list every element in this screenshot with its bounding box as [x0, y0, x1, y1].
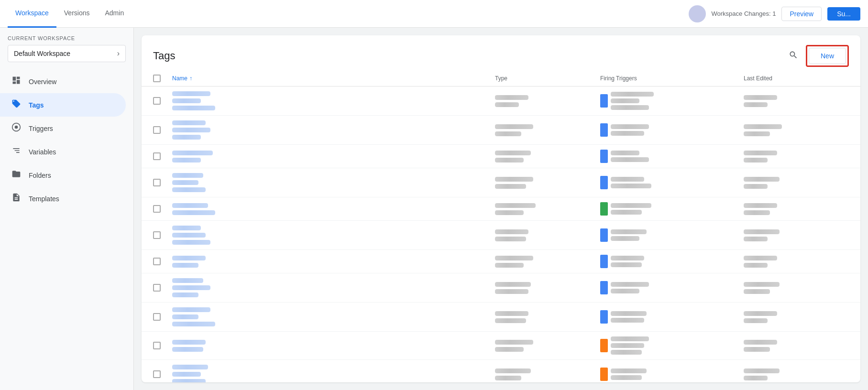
row-checkbox[interactable]	[153, 231, 172, 239]
row-checkbox[interactable]	[153, 205, 172, 213]
type-cell	[495, 95, 600, 107]
tab-versions[interactable]: Versions	[56, 0, 98, 28]
trigger-icon	[600, 94, 608, 108]
variables-icon	[11, 146, 21, 158]
workspace-name: Default Workspace	[14, 50, 70, 57]
chevron-right-icon: ›	[117, 49, 120, 58]
overview-icon	[11, 76, 21, 87]
new-button[interactable]: New	[809, 48, 846, 64]
name-cell	[172, 173, 495, 192]
row-checkbox[interactable]	[153, 284, 172, 292]
table-row[interactable]	[142, 273, 860, 303]
name-cell	[172, 365, 495, 382]
sidebar-item-triggers[interactable]: Triggers	[0, 117, 126, 140]
new-button-wrapper: New	[806, 45, 849, 67]
row-checkbox[interactable]	[153, 342, 172, 349]
table-area: Name ↑ Type Firing Triggers Last Edited	[142, 67, 860, 382]
submit-button[interactable]: Su...	[827, 7, 860, 21]
table-row[interactable]	[142, 116, 860, 145]
search-button[interactable]	[785, 46, 802, 66]
col-header-type: Type	[495, 75, 600, 82]
last-edited-cell	[744, 151, 849, 162]
sidebar-item-templates[interactable]: Templates	[0, 187, 126, 210]
table-row[interactable]	[142, 303, 860, 332]
row-checkbox[interactable]	[153, 370, 172, 378]
sidebar-item-overview[interactable]: Overview	[0, 70, 126, 93]
row-checkbox[interactable]	[153, 152, 172, 160]
sidebar-nav: Overview Tags Triggers Variables	[0, 66, 133, 390]
table-row[interactable]	[142, 168, 860, 197]
sidebar-item-variables[interactable]: Variables	[0, 140, 126, 163]
trigger-cell	[600, 336, 744, 355]
preview-button[interactable]: Preview	[781, 7, 822, 21]
sidebar-triggers-label: Triggers	[29, 125, 53, 132]
workspace-selector[interactable]: Default Workspace ›	[8, 45, 126, 62]
templates-icon	[11, 193, 21, 205]
trigger-icon	[600, 202, 608, 216]
trigger-cell	[600, 92, 744, 110]
tab-admin[interactable]: Admin	[97, 0, 132, 28]
name-cell	[172, 278, 495, 297]
name-cell	[172, 256, 495, 268]
trigger-icon	[600, 176, 608, 189]
trigger-cell	[600, 281, 744, 294]
table-row[interactable]	[142, 145, 860, 168]
trigger-cell	[600, 368, 744, 381]
account-button[interactable]	[689, 5, 706, 22]
table-row[interactable]	[142, 87, 860, 116]
last-edited-cell	[744, 124, 849, 136]
sort-arrow-icon: ↑	[189, 75, 192, 82]
name-cell	[172, 307, 495, 326]
table-row[interactable]	[142, 250, 860, 273]
trigger-cell	[600, 310, 744, 324]
name-cell	[172, 340, 495, 352]
top-nav: Workspace Versions Admin Workspace Chang…	[0, 0, 868, 28]
last-edited-cell	[744, 203, 849, 215]
last-edited-cell	[744, 256, 849, 268]
table-row[interactable]	[142, 360, 860, 382]
page-title: Tags	[153, 50, 175, 62]
row-checkbox[interactable]	[153, 179, 172, 186]
table-row[interactable]	[142, 332, 860, 360]
type-cell	[495, 203, 600, 215]
trigger-icon	[600, 310, 608, 324]
row-checkbox[interactable]	[153, 97, 172, 105]
table-body	[142, 87, 860, 382]
table-header: Name ↑ Type Firing Triggers Last Edited	[142, 71, 860, 87]
tab-workspace[interactable]: Workspace	[8, 0, 56, 28]
table-row[interactable]	[142, 221, 860, 250]
sidebar-overview-label: Overview	[29, 78, 56, 86]
type-cell	[495, 177, 600, 189]
workspace-header: CURRENT WORKSPACE Default Workspace ›	[0, 28, 133, 66]
sidebar-folders-label: Folders	[29, 172, 51, 179]
col-header-firing-triggers: Firing Triggers	[600, 75, 744, 82]
row-checkbox[interactable]	[153, 313, 172, 321]
sidebar-item-folders[interactable]: Folders	[0, 163, 126, 187]
triggers-icon	[11, 122, 21, 134]
row-checkbox[interactable]	[153, 126, 172, 134]
trigger-cell	[600, 176, 744, 189]
last-edited-cell	[744, 311, 849, 323]
select-all-checkbox[interactable]	[153, 75, 172, 82]
last-edited-cell	[744, 340, 849, 352]
sidebar-item-tags[interactable]: Tags	[0, 93, 126, 117]
type-cell	[495, 311, 600, 323]
last-edited-cell	[744, 95, 849, 107]
trigger-icon	[600, 150, 608, 163]
trigger-icon	[600, 123, 608, 137]
trigger-cell	[600, 123, 744, 137]
row-checkbox[interactable]	[153, 258, 172, 265]
last-edited-cell	[744, 229, 849, 241]
workspace-changes-label: Workspace Changes: 1	[712, 10, 776, 17]
sidebar-variables-label: Variables	[29, 148, 56, 156]
last-edited-cell	[744, 368, 849, 380]
type-cell	[495, 282, 600, 294]
name-cell	[172, 120, 495, 140]
col-header-name[interactable]: Name ↑	[172, 75, 495, 82]
trigger-icon	[600, 228, 608, 242]
trigger-cell	[600, 228, 744, 242]
table-row[interactable]	[142, 197, 860, 221]
last-edited-cell	[744, 177, 849, 189]
col-header-last-edited: Last Edited	[744, 75, 849, 82]
name-cell	[172, 203, 495, 215]
